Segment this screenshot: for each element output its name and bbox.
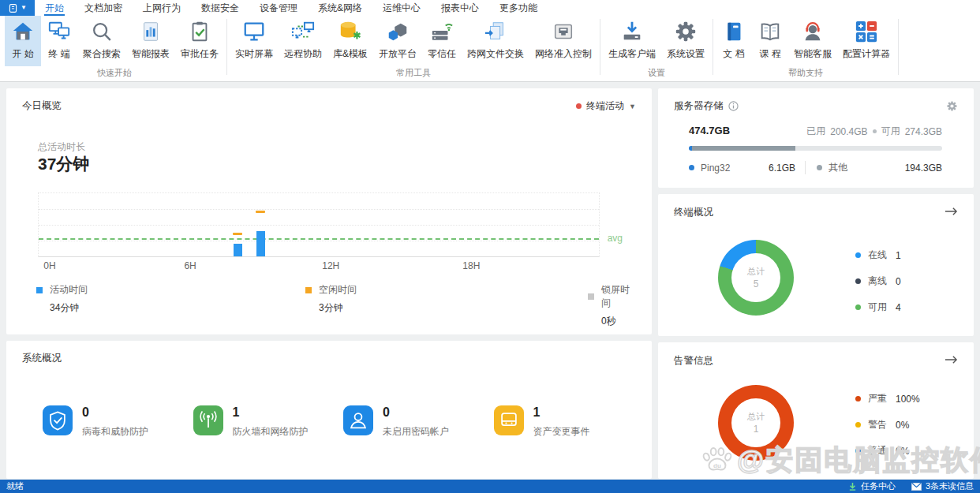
menu-tab-web-behavior[interactable]: 上网行为 <box>133 0 191 16</box>
ribbon-separator <box>226 19 227 75</box>
ribbon-item-docs[interactable]: 文 档 <box>716 16 752 66</box>
used-label: 已用 <box>806 125 825 138</box>
ribbon-item-label: 聚合搜索 <box>83 47 121 61</box>
monitor-icon <box>242 20 266 43</box>
card-title: 今日概览 <box>22 99 62 113</box>
ribbon-group-label: 常用工具 <box>230 66 597 80</box>
app-window: ▼ 开始 文档加密 上网行为 数据安全 设备管理 系统&网络 运维中心 报表中心… <box>0 0 980 493</box>
legend-dot-icon <box>855 252 861 258</box>
menu-tab-start[interactable]: 开始 <box>35 0 74 16</box>
arrow-right-icon[interactable] <box>944 353 958 368</box>
storage-item-ping32: Ping32 6.1GB <box>689 161 805 174</box>
ribbon-item-terminals[interactable]: 终 端 <box>41 16 77 66</box>
ribbon-item-cross-network-exchange[interactable]: 跨网文件交换 <box>462 16 529 66</box>
task-center-label: 任务中心 <box>861 480 896 492</box>
ribbon-item-label: 系统设置 <box>667 47 705 61</box>
ribbon-item-library-templates[interactable]: 库&模板 <box>327 16 373 66</box>
card-title: 告警信息 <box>674 354 713 368</box>
activity-bar <box>256 231 265 256</box>
x-tick-label: 12H <box>322 260 339 271</box>
ribbon-item-zero-trust[interactable]: 零信任 <box>422 16 462 66</box>
ribbon-item-smart-service[interactable]: 智能客服 <box>788 16 837 66</box>
menu-tab-system-network[interactable]: 系统&网络 <box>308 0 372 16</box>
activity-filter-dropdown[interactable]: 终端活动 ▼ <box>576 99 636 113</box>
ribbon-item-remote-assist[interactable]: 远程协助 <box>279 16 327 66</box>
storage-settings-gear-icon[interactable] <box>946 100 958 112</box>
legend-label: 可用 <box>868 301 887 314</box>
system-count: 1 <box>533 405 590 420</box>
open-platform-icon <box>386 20 410 43</box>
donut-center-value: 1 <box>754 424 759 435</box>
menu-tab-report-center[interactable]: 报表中心 <box>431 0 489 16</box>
legend-dot-icon <box>855 448 861 454</box>
app-menu-button[interactable]: ▼ <box>0 0 35 16</box>
unread-messages-label: 3条未读信息 <box>926 480 974 492</box>
menu-tab-data-security[interactable]: 数据安全 <box>191 0 249 16</box>
legend-label: 活动时间 <box>50 283 88 297</box>
ribbon-item-home[interactable]: 开 始 <box>5 16 41 66</box>
ribbon-item-live-screen[interactable]: 实时屏幕 <box>230 16 279 66</box>
menu-tab-ops-center[interactable]: 运维中心 <box>372 0 431 16</box>
menu-tab-device-mgmt[interactable]: 设备管理 <box>249 0 308 16</box>
ribbon-item-search[interactable]: 聚合搜索 <box>77 16 126 66</box>
menu-tab-more[interactable]: 更多功能 <box>489 0 548 16</box>
terminal-donut-center: 总计 5 <box>731 253 780 302</box>
system-item-asset: 1资产变更事件 <box>494 405 645 439</box>
card-title: 终端概况 <box>674 206 713 219</box>
legend-label: 空闲时间 <box>319 283 357 297</box>
ribbon-item-courses[interactable]: 课 程 <box>752 16 788 66</box>
calculator-icon <box>855 20 878 43</box>
ribbon-item-generate-client[interactable]: 生成客户端 <box>603 16 661 66</box>
terminal-overview-card: 终端概况 总计 5 在线1 离线0 可用4 <box>658 194 974 336</box>
ribbon-group-quickstart: 开 始 终 端 聚合搜索 智能报表 审批任务 <box>5 16 224 81</box>
idle-marker <box>256 211 265 213</box>
arrow-right-icon[interactable] <box>944 205 958 219</box>
menu-tab-doc-encrypt[interactable]: 文档加密 <box>74 0 133 16</box>
ribbon-item-label: 网络准入控制 <box>535 47 592 61</box>
activity-plot: avg <box>38 192 600 257</box>
info-icon[interactable] <box>728 101 739 111</box>
legend-value: 1 <box>896 250 901 261</box>
ribbon-item-label: 开 始 <box>12 47 33 61</box>
ribbon-separator <box>713 19 713 75</box>
ribbon-item-label: 课 程 <box>759 47 780 61</box>
storage-item-label: 其他 <box>829 161 847 174</box>
terminal-legend: 在线1 离线0 可用4 <box>855 248 901 315</box>
system-label: 资产变更事件 <box>533 425 590 439</box>
avg-label: avg <box>608 233 623 244</box>
legend-value: 0% <box>896 446 909 457</box>
ribbon-item-network-access-control[interactable]: 网络准入控制 <box>529 16 597 66</box>
x-axis: 0H6H12H18H <box>38 260 600 273</box>
legend-item-critical: 严重100% <box>855 391 920 406</box>
system-count: 1 <box>233 405 309 420</box>
download-client-icon <box>620 20 644 43</box>
ribbon-item-approval[interactable]: 审批任务 <box>175 16 224 66</box>
server-storage-card: 服务器存储 474.7GB 已用 200.4GB 可用 274.3GB <box>658 88 974 188</box>
ribbon-item-system-settings[interactable]: 系统设置 <box>661 16 710 66</box>
ribbon-item-config-calculator[interactable]: 配置计算器 <box>837 16 896 66</box>
legend-item-active: 活动时间 34分钟 <box>36 283 305 328</box>
ribbon-item-label: 开放平台 <box>379 47 417 61</box>
x-tick-label: 6H <box>184 260 196 271</box>
legend-label: 离线 <box>868 275 887 288</box>
legend-item-available: 可用4 <box>855 300 901 315</box>
ribbon-item-smart-report[interactable]: 智能报表 <box>126 16 175 66</box>
ribbon-separator <box>898 19 899 75</box>
ribbon-toolbar: 开 始 终 端 聚合搜索 智能报表 审批任务 <box>0 16 980 82</box>
legend-label: 警告 <box>868 418 887 431</box>
library-icon <box>339 20 362 43</box>
storage-progress-bar <box>689 146 942 151</box>
ribbon-item-label: 远程协助 <box>284 47 322 61</box>
system-label: 防火墙和网络防护 <box>233 425 309 439</box>
approval-icon <box>188 20 211 43</box>
ribbon-item-open-platform[interactable]: 开放平台 <box>373 16 422 66</box>
ribbon-item-label: 实时屏幕 <box>235 47 273 61</box>
total-activity-label: 总活动时长 <box>38 140 85 154</box>
task-center-button[interactable]: 任务中心 <box>848 480 896 492</box>
system-item-password: 0未启用密码帐户 <box>343 405 494 439</box>
legend-item-online: 在线1 <box>855 248 901 263</box>
legend-swatch <box>36 287 43 293</box>
legend-dot-icon <box>817 165 822 170</box>
unread-messages-button[interactable]: 3条未读信息 <box>911 480 974 492</box>
filter-dot-icon <box>576 103 582 109</box>
